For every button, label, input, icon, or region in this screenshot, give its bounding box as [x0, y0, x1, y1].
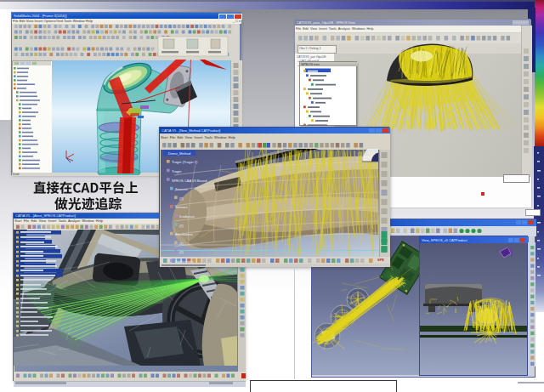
svg-text:Trager: Trager [172, 169, 182, 173]
svg-text:Sensors: Sensors [175, 205, 188, 209]
svg-text:(2): (2) [179, 224, 184, 228]
svg-text:(2): (2) [179, 196, 184, 201]
svg-text:Applications: Applications [175, 259, 194, 264]
svg-text:Irradiance: Irradiance [179, 214, 196, 219]
svg-text:Demo_Method: Demo_Method [168, 151, 190, 156]
svg-text:Simulations: Simulations [175, 232, 193, 236]
svg-text:SPEOS CAA V5 Based: SPEOS CAA V5 Based [172, 179, 207, 183]
svg-text:Trager (Trager 2): Trager (Trager 2) [172, 160, 198, 164]
svg-text:(1): (1) [179, 241, 184, 246]
svg-text:Sources: Sources [175, 187, 188, 191]
svg-text:(2): (2) [179, 250, 184, 254]
